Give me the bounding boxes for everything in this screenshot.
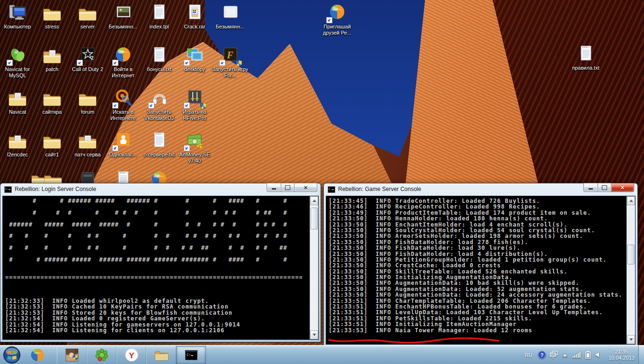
red-underline-annotation	[327, 337, 507, 344]
log-line: [21:33:50] INFO FishDataHolder: load 30 …	[329, 245, 635, 251]
login-scrollbar[interactable]	[310, 196, 318, 339]
desktop-icon-label: правила.txt	[567, 65, 605, 71]
desktop-icon[interactable]: l2encdec	[0, 132, 36, 158]
svg-text:C:: C:	[187, 353, 190, 357]
tray-network-signal-icon[interactable]	[572, 351, 581, 358]
svg-text:C:: C:	[5, 187, 9, 191]
folder-icon	[41, 4, 63, 23]
sphere-icon	[326, 4, 349, 23]
game-console-window: C: Rebellion: Game Server Console × [21:…	[323, 183, 638, 347]
console-window-icon: C:	[4, 186, 12, 193]
game-titlebar[interactable]: C: Rebellion: Game Server Console ×	[324, 183, 637, 196]
desktop-icon[interactable]: Компьютер	[0, 4, 36, 30]
desktopy-icon	[183, 46, 206, 65]
taskbar-pinned-browser[interactable]	[29, 347, 45, 363]
minimize-button[interactable]	[267, 183, 281, 192]
tray-show-hidden-icon[interactable]	[562, 352, 568, 358]
game-f-icon: F	[219, 46, 242, 65]
tray-icons: ?	[536, 351, 604, 359]
desktop-icon-label: патч серва	[69, 152, 107, 158]
language-indicator[interactable]: RU	[525, 352, 532, 358]
desktop-icon[interactable]: сайт1	[33, 132, 71, 158]
maximize-button[interactable]	[281, 183, 295, 192]
log-line: [21:33:53] INFO Naia Tower Manager: Load…	[329, 328, 635, 333]
taskbar-button-icq[interactable]	[87, 346, 116, 364]
navicat-icon	[6, 46, 29, 65]
taskbar: YC: RU ? 21:35 10.04.2013	[0, 345, 644, 364]
desktop-icon[interactable]: Играть на HFive.Pro	[176, 89, 214, 121]
desktop-icon[interactable]: Запустить VkontakteDJ	[140, 89, 178, 121]
desktop-icon-label: Безымянн...	[104, 24, 142, 30]
scroll-up-button[interactable]	[627, 196, 635, 205]
clock-date: 10.04.2013	[608, 355, 635, 361]
desktop-icon[interactable]: Безымянн...	[104, 4, 142, 30]
desktop-icon[interactable]: правила.txt	[567, 45, 605, 71]
desktop-icon[interactable]: сайтяра	[33, 89, 71, 115]
taskbar-clock[interactable]: 21:35 10.04.2013	[608, 349, 635, 361]
taskbar-button-cmd[interactable]: C:	[176, 346, 206, 364]
tray-display-icon[interactable]	[550, 351, 558, 359]
scroll-down-button[interactable]	[310, 330, 318, 339]
folder-icon	[41, 132, 63, 151]
game-scrollbar[interactable]	[626, 196, 635, 344]
log-line: [21:33:51] INFO Initializing ItemAuction…	[329, 321, 635, 327]
tray-help-icon[interactable]: ?	[538, 351, 546, 359]
scroll-thumb[interactable]	[627, 245, 635, 264]
text-file-icon	[148, 132, 170, 151]
desktop-icon-label: l2encdec	[0, 152, 36, 158]
show-desktop-button[interactable]	[638, 346, 644, 364]
scroll-up-button[interactable]	[310, 196, 318, 205]
desktop-icon-label: сайтяра	[33, 109, 71, 115]
desktop-icon-label: Безымянн...	[211, 24, 249, 30]
svg-text:2: 2	[91, 55, 94, 61]
clock-time: 21:35	[608, 349, 635, 355]
desktop-icon[interactable]: Navicat for MySQL	[0, 46, 36, 79]
svg-text:F: F	[226, 50, 233, 60]
desktop-icon[interactable]: server	[69, 4, 107, 30]
svg-text:C:: C:	[329, 187, 332, 191]
desktop-icon[interactable]: stress	[33, 4, 71, 30]
desktop-icon[interactable]: Приглашай друзей Ре...	[318, 4, 356, 36]
taskbar-button-explorer[interactable]	[146, 346, 176, 364]
desktop-icon[interactable]: о сервере.txt	[140, 132, 178, 158]
taskbar-button-photo-contact[interactable]	[57, 346, 87, 364]
folder-doc-icon	[76, 132, 99, 151]
desktop-icon[interactable]: Одноклас...	[104, 132, 142, 158]
desktop-icon[interactable]: бонусы.txt	[140, 46, 178, 73]
svg-text:?: ?	[540, 352, 544, 358]
desktop-icon[interactable]: патч серва	[69, 132, 107, 158]
desktop-icon[interactable]: desktopy	[176, 46, 214, 73]
desktop-icon-label: index.tpl	[140, 24, 178, 30]
desktop-icon[interactable]: Crack.rar	[176, 4, 214, 30]
window-title: Rebellion: Login Server Console	[15, 186, 96, 192]
login-titlebar[interactable]: C: Rebellion: Login Server Console ×	[0, 183, 321, 196]
desktop-icon[interactable]: 2Call of Duty 2	[69, 46, 107, 73]
start-button[interactable]	[2, 346, 21, 364]
desktop-icon[interactable]: patch	[33, 46, 71, 73]
scroll-thumb[interactable]	[311, 208, 318, 229]
log-line: [21:33:50] INFO AugmentationData: 10 bad…	[329, 280, 635, 286]
desktop-icon[interactable]: Искать в Интернете	[104, 89, 142, 121]
minimize-button[interactable]	[583, 183, 598, 192]
image-file-icon	[112, 4, 134, 23]
scroll-down-button[interactable]	[627, 335, 635, 344]
desktop-icon[interactable]: FЗапустить игру For...	[211, 46, 249, 79]
desktop-icon[interactable]: Войти в Интернет	[104, 46, 142, 79]
desktop-icon-label: о сервере.txt	[140, 152, 178, 158]
desktop-icon-label: Приглашай друзей Ре...	[318, 24, 356, 36]
maximize-button[interactable]	[598, 183, 611, 192]
close-button[interactable]: ×	[295, 183, 317, 192]
desktop-icon[interactable]: forum	[69, 89, 107, 115]
tray-volume-icon[interactable]	[595, 351, 602, 358]
close-button[interactable]: ×	[611, 183, 634, 192]
taskbar-button-yandex-browser[interactable]: Y	[116, 346, 146, 364]
desktop-icon[interactable]: Navicat	[0, 89, 36, 115]
tray-battery-icon[interactable]	[585, 351, 591, 359]
folder-icon	[41, 89, 63, 108]
desktop-icon[interactable]: ArtMoney SE v7.40	[176, 132, 214, 164]
desktop-icon[interactable]: Безымянн...	[211, 4, 249, 30]
cod2-icon: 2	[76, 46, 99, 65]
login-console-window: C: Rebellion: Login Server Console × # #…	[0, 183, 321, 342]
taskbar-app-buttons: YC:	[57, 346, 206, 364]
desktop-icon[interactable]: index.tpl	[140, 4, 178, 30]
